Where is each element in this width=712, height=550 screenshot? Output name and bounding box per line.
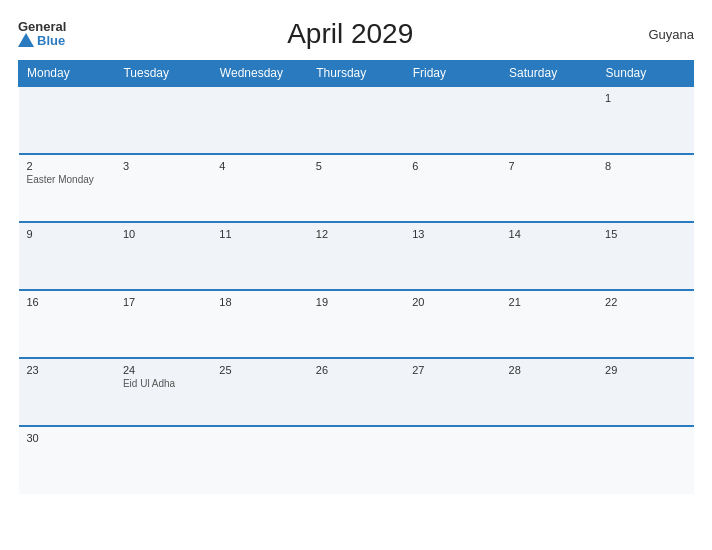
header-thursday: Thursday [308, 61, 404, 87]
calendar-cell [501, 86, 597, 154]
calendar-body: 12Easter Monday3456789101112131415161718… [19, 86, 694, 494]
day-number: 9 [27, 228, 107, 240]
calendar-table: Monday Tuesday Wednesday Thursday Friday… [18, 60, 694, 494]
calendar-cell: 9 [19, 222, 115, 290]
calendar-cell: 8 [597, 154, 693, 222]
calendar-cell: 26 [308, 358, 404, 426]
calendar-cell [404, 426, 500, 494]
day-number: 4 [219, 160, 299, 172]
calendar-cell: 6 [404, 154, 500, 222]
calendar-cell [597, 426, 693, 494]
calendar-cell: 11 [211, 222, 307, 290]
logo-general-text: General [18, 20, 66, 33]
calendar-cell: 25 [211, 358, 307, 426]
calendar-cell: 30 [19, 426, 115, 494]
calendar-cell: 13 [404, 222, 500, 290]
calendar-cell: 20 [404, 290, 500, 358]
day-number: 23 [27, 364, 107, 376]
logo-blue-text: Blue [18, 33, 65, 48]
days-header-row: Monday Tuesday Wednesday Thursday Friday… [19, 61, 694, 87]
day-number: 19 [316, 296, 396, 308]
day-number: 24 [123, 364, 203, 376]
day-number: 16 [27, 296, 107, 308]
calendar-cell: 29 [597, 358, 693, 426]
calendar-cell: 18 [211, 290, 307, 358]
day-number: 6 [412, 160, 492, 172]
calendar-page: General Blue April 2029 Guyana Monday Tu… [0, 0, 712, 550]
calendar-cell: 14 [501, 222, 597, 290]
calendar-cell [19, 86, 115, 154]
calendar-cell [211, 426, 307, 494]
calendar-week-row: 9101112131415 [19, 222, 694, 290]
day-number: 8 [605, 160, 685, 172]
day-number: 7 [509, 160, 589, 172]
calendar-cell: 10 [115, 222, 211, 290]
calendar-cell: 16 [19, 290, 115, 358]
calendar-cell [308, 86, 404, 154]
calendar-cell: 15 [597, 222, 693, 290]
day-number: 2 [27, 160, 107, 172]
day-number: 27 [412, 364, 492, 376]
calendar-cell [404, 86, 500, 154]
header-tuesday: Tuesday [115, 61, 211, 87]
calendar-cell: 22 [597, 290, 693, 358]
calendar-cell [308, 426, 404, 494]
calendar-title: April 2029 [66, 18, 634, 50]
day-number: 3 [123, 160, 203, 172]
calendar-week-row: 2Easter Monday345678 [19, 154, 694, 222]
header: General Blue April 2029 Guyana [18, 18, 694, 50]
calendar-week-row: 16171819202122 [19, 290, 694, 358]
calendar-cell [115, 426, 211, 494]
day-number: 12 [316, 228, 396, 240]
country-label: Guyana [634, 27, 694, 42]
day-event: Easter Monday [27, 174, 107, 185]
day-number: 22 [605, 296, 685, 308]
calendar-header: Monday Tuesday Wednesday Thursday Friday… [19, 61, 694, 87]
calendar-week-row: 2324Eid Ul Adha2526272829 [19, 358, 694, 426]
calendar-week-row: 30 [19, 426, 694, 494]
calendar-cell: 19 [308, 290, 404, 358]
calendar-cell: 5 [308, 154, 404, 222]
day-event: Eid Ul Adha [123, 378, 203, 389]
calendar-cell: 17 [115, 290, 211, 358]
calendar-cell: 4 [211, 154, 307, 222]
calendar-cell: 24Eid Ul Adha [115, 358, 211, 426]
header-wednesday: Wednesday [211, 61, 307, 87]
header-friday: Friday [404, 61, 500, 87]
calendar-cell [211, 86, 307, 154]
day-number: 29 [605, 364, 685, 376]
day-number: 17 [123, 296, 203, 308]
day-number: 5 [316, 160, 396, 172]
day-number: 15 [605, 228, 685, 240]
calendar-cell: 12 [308, 222, 404, 290]
header-monday: Monday [19, 61, 115, 87]
logo-triangle-icon [18, 33, 34, 47]
calendar-cell [501, 426, 597, 494]
day-number: 28 [509, 364, 589, 376]
day-number: 21 [509, 296, 589, 308]
calendar-week-row: 1 [19, 86, 694, 154]
calendar-cell [115, 86, 211, 154]
calendar-cell: 21 [501, 290, 597, 358]
day-number: 10 [123, 228, 203, 240]
day-number: 11 [219, 228, 299, 240]
day-number: 20 [412, 296, 492, 308]
day-number: 14 [509, 228, 589, 240]
calendar-cell: 2Easter Monday [19, 154, 115, 222]
day-number: 30 [27, 432, 107, 444]
calendar-cell: 7 [501, 154, 597, 222]
header-saturday: Saturday [501, 61, 597, 87]
calendar-cell: 23 [19, 358, 115, 426]
day-number: 26 [316, 364, 396, 376]
day-number: 1 [605, 92, 685, 104]
day-number: 25 [219, 364, 299, 376]
header-sunday: Sunday [597, 61, 693, 87]
calendar-cell: 1 [597, 86, 693, 154]
day-number: 13 [412, 228, 492, 240]
calendar-cell: 3 [115, 154, 211, 222]
logo: General Blue [18, 20, 66, 48]
calendar-cell: 27 [404, 358, 500, 426]
calendar-cell: 28 [501, 358, 597, 426]
day-number: 18 [219, 296, 299, 308]
